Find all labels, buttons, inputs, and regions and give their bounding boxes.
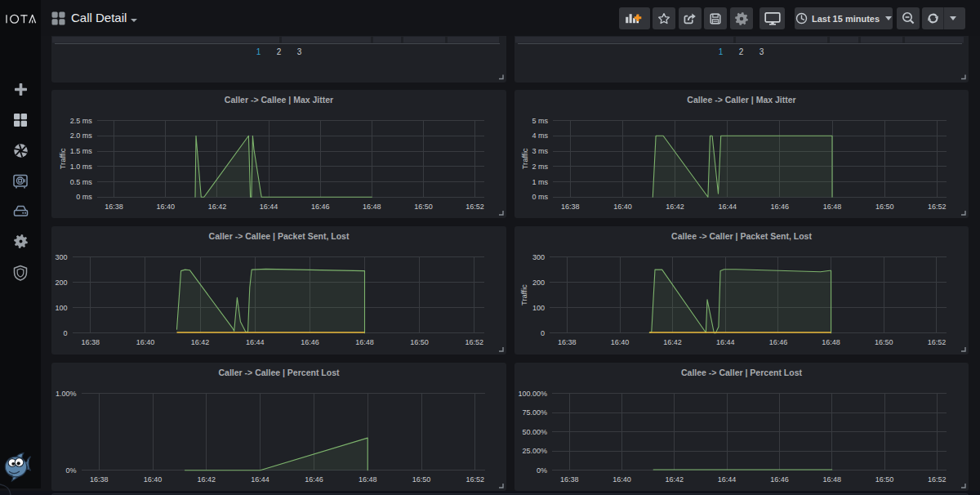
svg-text:16:38: 16:38 [82,338,100,346]
svg-text:Caller -> Callee | Max Jitter: Caller -> Callee | Max Jitter [225,95,333,105]
svg-text:2 ms: 2 ms [532,163,548,171]
svg-text:16:40: 16:40 [136,338,155,346]
svg-text:16:46: 16:46 [771,203,790,211]
svg-text:16:38: 16:38 [560,475,579,484]
svg-text:16:48: 16:48 [355,338,374,346]
svg-text:5 ms: 5 ms [532,117,548,125]
svg-text:Callee -> Caller | Packet Sent: Callee -> Caller | Packet Sent, Lost [671,231,812,241]
svg-text:300: 300 [56,253,68,261]
svg-text:16:50: 16:50 [410,338,429,346]
svg-text:2: 2 [739,47,744,56]
svg-text:16:48: 16:48 [823,203,842,211]
svg-text:2: 2 [277,47,282,56]
svg-text:16:38: 16:38 [90,475,109,484]
svg-text:Traffic: Traffic [59,148,68,169]
svg-text:16:40: 16:40 [611,338,630,346]
svg-text:100.00%: 100.00% [518,390,547,398]
svg-text:16:46: 16:46 [301,338,319,346]
svg-text:16:38: 16:38 [561,203,580,211]
svg-text:1.0 ms: 1.0 ms [70,163,93,171]
svg-text:16:38: 16:38 [558,338,577,346]
svg-text:16:48: 16:48 [822,475,841,484]
svg-text:16:38: 16:38 [105,203,123,211]
svg-text:0: 0 [541,329,545,337]
svg-text:1: 1 [256,47,261,56]
svg-text:16:44: 16:44 [251,475,270,484]
svg-text:16:42: 16:42 [666,475,684,484]
svg-text:16:40: 16:40 [144,475,163,484]
svg-text:16:50: 16:50 [875,203,894,211]
svg-text:16:48: 16:48 [363,203,381,211]
svg-text:16:52: 16:52 [466,203,484,211]
svg-text:16:52: 16:52 [928,475,947,484]
svg-text:2.5 ms: 2.5 ms [70,117,93,125]
svg-text:75.00%: 75.00% [522,408,547,417]
svg-text:300: 300 [532,253,545,261]
svg-text:16:48: 16:48 [359,475,377,484]
svg-text:100: 100 [56,304,68,312]
svg-text:0%: 0% [65,466,76,475]
svg-text:50.00%: 50.00% [522,428,547,436]
svg-text:200: 200 [532,279,545,287]
svg-text:16:44: 16:44 [718,203,737,211]
svg-text:16:50: 16:50 [875,338,893,346]
svg-text:0%: 0% [537,466,547,475]
svg-text:16:52: 16:52 [466,475,485,484]
svg-text:Caller -> Callee | Packet Sent: Caller -> Callee | Packet Sent, Lost [209,231,350,241]
svg-text:16:50: 16:50 [414,203,433,211]
svg-text:16:52: 16:52 [928,338,947,346]
svg-text:0: 0 [64,329,68,337]
svg-text:16:44: 16:44 [260,203,278,211]
svg-text:2.0 ms: 2.0 ms [70,132,93,140]
svg-text:16:46: 16:46 [769,338,788,346]
svg-text:16:42: 16:42 [663,338,682,346]
svg-text:4 ms: 4 ms [532,132,548,140]
svg-text:16:42: 16:42 [666,203,684,211]
svg-text:1 ms: 1 ms [532,178,548,186]
svg-text:16:48: 16:48 [822,338,840,346]
svg-text:16:40: 16:40 [613,203,632,211]
svg-text:0.5 ms: 0.5 ms [70,178,93,186]
svg-text:Traffic: Traffic [521,148,530,169]
svg-text:16:50: 16:50 [875,475,894,484]
svg-text:16:50: 16:50 [412,475,431,484]
svg-text:100: 100 [532,304,545,312]
svg-text:16:42: 16:42 [208,203,227,211]
svg-text:16:42: 16:42 [198,475,216,484]
svg-text:200: 200 [56,279,68,287]
svg-text:16:46: 16:46 [311,203,330,211]
svg-text:16:44: 16:44 [716,338,735,346]
svg-text:16:40: 16:40 [156,203,175,211]
svg-text:16:44: 16:44 [718,475,737,484]
svg-text:1.5 ms: 1.5 ms [70,147,93,155]
svg-text:Caller -> Callee | Percent Los: Caller -> Callee | Percent Lost [219,368,340,377]
svg-text:16:52: 16:52 [466,338,484,346]
svg-text:25.00%: 25.00% [522,447,547,455]
svg-text:16:46: 16:46 [770,475,789,484]
svg-text:16:44: 16:44 [246,338,265,346]
svg-text:3 ms: 3 ms [532,147,548,155]
svg-text:16:40: 16:40 [612,475,631,484]
svg-text:16:46: 16:46 [305,475,323,484]
svg-text:1.00%: 1.00% [56,390,77,398]
svg-text:Callee -> Caller | Max Jitter: Callee -> Caller | Max Jitter [687,95,795,105]
svg-text:1: 1 [719,47,724,56]
svg-text:16:42: 16:42 [191,338,210,346]
svg-text:0 ms: 0 ms [76,193,92,201]
svg-text:16:52: 16:52 [928,203,947,211]
svg-text:3: 3 [760,47,764,56]
svg-text:Traffic: Traffic [520,284,529,305]
svg-text:0 ms: 0 ms [532,193,548,201]
svg-text:Callee -> Caller | Percent Los: Callee -> Caller | Percent Lost [681,368,802,377]
svg-text:3: 3 [297,47,302,56]
